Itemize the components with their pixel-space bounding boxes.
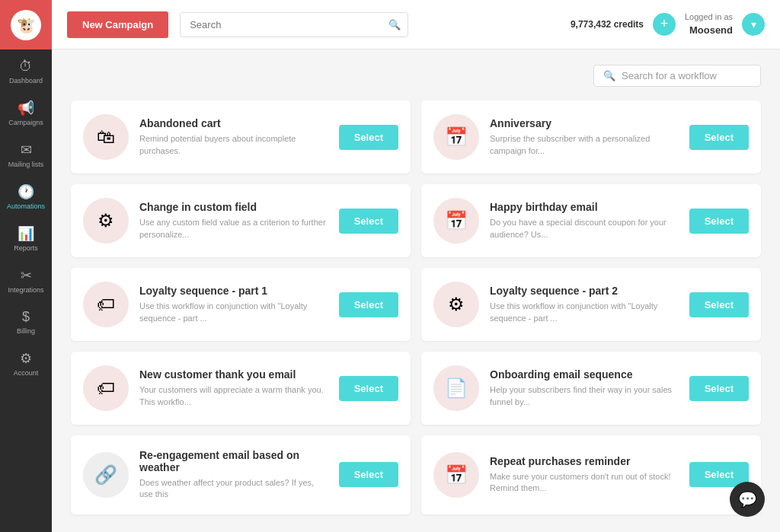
sidebar-logo: 🐮	[0, 0, 52, 49]
repeat-purchases-description: Make sure your customers don't run out o…	[490, 471, 679, 495]
mailing-lists-icon: ✉	[21, 142, 32, 158]
username-label: Moosend	[685, 24, 733, 37]
abandoned-cart-select-button[interactable]: Select	[339, 125, 398, 150]
loyalty-2-info: Loyalty sequence - part 2 Use this workf…	[490, 285, 679, 324]
workflow-card-loyalty-2: ⚙ Loyalty sequence - part 2 Use this wor…	[421, 268, 761, 341]
loyalty-2-icon: ⚙	[433, 282, 479, 327]
new-customer-title: New customer thank you email	[139, 368, 328, 381]
change-custom-field-description: Use any custom field value as a criterio…	[139, 217, 328, 241]
new-campaign-button[interactable]: New Campaign	[67, 11, 168, 38]
user-dropdown-button[interactable]: ▾	[742, 13, 765, 36]
automations-icon: 🕐	[18, 183, 34, 200]
repeat-purchases-icon: 📅	[433, 452, 479, 498]
workflow-card-repeat-purchases: 📅 Repeat purchases reminder Make sure yo…	[421, 435, 761, 514]
main-area: New Campaign 🔍 9,773,432 credits + Logge…	[52, 0, 780, 532]
happy-birthday-select-button[interactable]: Select	[689, 209, 749, 234]
sidebar-item-integrations[interactable]: ✂ Integrations	[7, 258, 45, 300]
anniversary-title: Anniversary	[490, 117, 679, 129]
workflow-card-happy-birthday: 📅 Happy birthday email Do you have a spe…	[421, 184, 761, 257]
onboarding-info: Onboarding email sequence Help your subs…	[490, 368, 679, 408]
sidebar-item-billing[interactable]: $ Billing	[7, 300, 45, 341]
reengagement-info: Re-engagement email based on weather Doe…	[139, 449, 328, 501]
billing-icon: $	[22, 309, 30, 325]
automations-label: Automations	[7, 202, 45, 210]
mailing-lists-label: Mailing lists	[8, 161, 44, 168]
workflow-search-icon: 🔍	[603, 70, 615, 81]
repeat-purchases-info: Repeat purchases reminder Make sure your…	[490, 455, 679, 495]
abandoned-cart-info: Abandoned cart Remind potential buyers a…	[139, 117, 328, 157]
search-icon: 🔍	[388, 19, 401, 30]
reengagement-icon: 🔗	[83, 452, 129, 498]
happy-birthday-description: Do you have a special discount coupon fo…	[490, 217, 679, 241]
onboarding-select-button[interactable]: Select	[689, 376, 749, 401]
reengagement-description: Does weather affect your product sales? …	[139, 477, 328, 501]
loyalty-1-description: Use this workflow in conjunction with "L…	[139, 301, 328, 324]
onboarding-icon: 📄	[433, 365, 479, 411]
new-customer-icon: 🏷	[83, 365, 129, 411]
workflow-grid: 🛍 Abandoned cart Remind potential buyers…	[71, 100, 761, 514]
new-customer-description: Your customers will appreciate a warm th…	[139, 384, 328, 408]
workflow-card-change-custom-field: ⚙ Change in custom field Use any custom …	[71, 184, 411, 257]
loyalty-1-info: Loyalty sequence - part 1 Use this workf…	[139, 285, 328, 324]
loyalty-2-select-button[interactable]: Select	[689, 292, 749, 317]
credits-value: 9,773,432	[571, 19, 611, 30]
credits-label: credits	[614, 19, 644, 30]
billing-label: Billing	[17, 327, 35, 335]
loyalty-1-select-button[interactable]: Select	[339, 292, 398, 317]
dashboard-label: Dashboard	[9, 77, 43, 84]
anniversary-icon: 📅	[433, 114, 479, 160]
logged-in-label: Logged in as	[685, 11, 733, 23]
workflow-search-placeholder: Search for a workflow	[622, 70, 717, 81]
dashboard-icon: ⏱	[19, 59, 33, 75]
sidebar-item-automations[interactable]: 🕐 Automations	[7, 174, 45, 216]
logo-icon: 🐮	[11, 10, 41, 40]
anniversary-description: Surprise the subscriber with a personali…	[490, 133, 679, 157]
onboarding-description: Help your subscribers find their way in …	[490, 384, 679, 408]
repeat-purchases-title: Repeat purchases reminder	[490, 455, 679, 467]
anniversary-select-button[interactable]: Select	[689, 125, 749, 150]
search-input[interactable]	[180, 12, 408, 37]
sidebar-item-account[interactable]: ⚙ Account	[7, 341, 45, 383]
loyalty-2-description: Use this workflow in conjunction with "L…	[490, 301, 679, 324]
chat-button[interactable]: 💬	[730, 482, 765, 517]
happy-birthday-title: Happy birthday email	[490, 201, 679, 213]
reengagement-select-button[interactable]: Select	[339, 462, 398, 487]
happy-birthday-info: Happy birthday email Do you have a speci…	[490, 201, 679, 241]
workflow-card-new-customer: 🏷 New customer thank you email Your cust…	[71, 352, 411, 425]
account-label: Account	[14, 369, 39, 377]
add-button[interactable]: +	[653, 13, 676, 36]
campaigns-icon: 📢	[18, 100, 34, 116]
abandoned-cart-title: Abandoned cart	[139, 117, 328, 129]
content-header: 🔍 Search for a workflow	[71, 65, 761, 87]
anniversary-info: Anniversary Surprise the subscriber with…	[490, 117, 679, 157]
credits-display: 9,773,432 credits	[571, 19, 644, 30]
campaigns-label: Campaigns	[8, 119, 43, 126]
sidebar-item-reports[interactable]: 📊 Reports	[7, 216, 45, 258]
workflow-card-loyalty-1: 🏷 Loyalty sequence - part 1 Use this wor…	[71, 268, 411, 341]
workflow-card-anniversary: 📅 Anniversary Surprise the subscriber wi…	[421, 100, 761, 174]
workflow-card-abandoned-cart: 🛍 Abandoned cart Remind potential buyers…	[71, 100, 411, 174]
change-custom-field-title: Change in custom field	[139, 201, 328, 213]
workflow-search[interactable]: 🔍 Search for a workflow	[593, 65, 761, 87]
abandoned-cart-icon: 🛍	[83, 114, 129, 160]
account-icon: ⚙	[20, 350, 32, 367]
integrations-icon: ✂	[21, 267, 32, 284]
happy-birthday-icon: 📅	[433, 198, 479, 244]
sidebar: 🐮 ⏱ Dashboard 📢 Campaigns ✉ Mailing list…	[0, 0, 52, 532]
new-customer-info: New customer thank you email Your custom…	[139, 368, 328, 408]
workflow-card-reengagement: 🔗 Re-engagement email based on weather D…	[71, 435, 411, 514]
loyalty-1-title: Loyalty sequence - part 1	[139, 285, 328, 297]
sidebar-item-mailing-lists[interactable]: ✉ Mailing lists	[7, 132, 45, 174]
change-custom-field-info: Change in custom field Use any custom fi…	[139, 201, 328, 241]
sidebar-item-dashboard[interactable]: ⏱ Dashboard	[7, 49, 45, 91]
reports-icon: 📊	[18, 225, 34, 242]
integrations-label: Integrations	[8, 286, 43, 294]
change-custom-field-select-button[interactable]: Select	[339, 209, 398, 234]
loyalty-2-title: Loyalty sequence - part 2	[490, 285, 679, 297]
reengagement-title: Re-engagement email based on weather	[139, 449, 328, 473]
content-area: 🔍 Search for a workflow 🛍 Abandoned cart…	[52, 49, 780, 532]
abandoned-cart-description: Remind potential buyers about incomplete…	[139, 133, 328, 157]
onboarding-title: Onboarding email sequence	[490, 368, 679, 381]
sidebar-item-campaigns[interactable]: 📢 Campaigns	[7, 91, 45, 132]
new-customer-select-button[interactable]: Select	[339, 376, 398, 401]
